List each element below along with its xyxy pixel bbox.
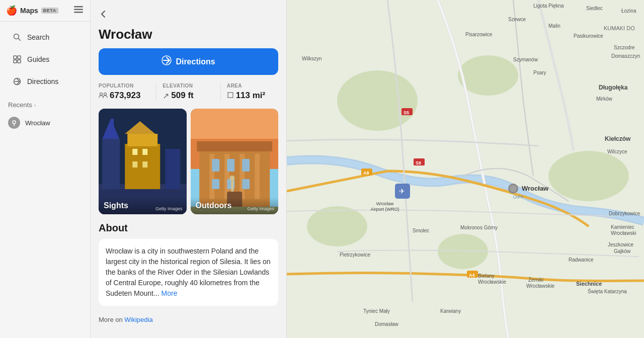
stat-divider-2 [220,83,221,101]
svg-rect-23 [132,149,137,155]
sidebar-directions-label: Directions [27,77,58,86]
area-value: 113 mi² [236,91,266,101]
svg-text:Tyniec Mały: Tyniec Mały [363,308,390,314]
stat-elevation: ELEVATION ↗ 509 ft [163,83,214,101]
sidebar-navigation: Search Guides Directions [0,22,90,97]
stat-area: AREA 113 mi² [227,83,278,101]
directions-nav-icon [12,76,22,87]
directions-button-icon [162,55,172,68]
svg-text:S5: S5 [404,110,409,115]
stat-population: POPULATION 673,923 [99,83,150,101]
svg-text:Gajków: Gajków [614,248,631,254]
sights-card[interactable]: Sights Getty Images [99,109,187,214]
elevation-label: ELEVATION [163,83,214,89]
svg-rect-39 [227,159,234,172]
recents-section[interactable]: Recents › [0,97,90,113]
sidebar-item-search[interactable]: Search [4,27,86,48]
detail-panel: Wrocław Directions POPULATION [91,0,287,338]
about-text-box: Wrocław is a city in southwestern Poland… [99,239,278,306]
outdoors-attribution: Getty Images [247,206,274,211]
svg-text:Malin: Malin [548,23,560,29]
population-value: 673,923 [110,91,140,101]
svg-text:Mirków: Mirków [596,96,612,102]
svg-text:Wrocławski: Wrocławski [611,230,636,236]
svg-text:Szczodre: Szczodre [614,45,635,50]
outdoors-card-bg: Outdoors Getty Images [191,109,279,214]
sidebar-header: 🍎 Maps BETA [0,0,90,22]
svg-text:Pisarzowice: Pisarzowice [465,32,493,37]
svg-text:Pasikurowice: Pasikurowice [574,33,603,39]
outdoors-label: Outdoors [196,201,232,210]
svg-line-4 [19,39,21,41]
svg-rect-45 [231,179,233,192]
svg-text:A4: A4 [469,273,475,278]
svg-rect-8 [18,60,21,63]
sidebar-item-guides[interactable]: Guides [4,49,86,70]
svg-rect-6 [18,56,21,59]
image-cards: Sights Getty Images [91,109,286,222]
svg-text:Wilczyce: Wilczyce [607,149,627,154]
svg-rect-33 [197,141,272,151]
elevation-value: 509 ft [171,91,193,101]
area-icon [227,92,234,100]
sights-card-overlay: Sights [99,197,187,214]
svg-rect-43 [242,179,250,189]
sidebar-toggle-button[interactable] [73,5,84,16]
svg-rect-41 [212,179,219,189]
svg-text:Święta Katarzyna: Święta Katarzyna [588,288,627,294]
svg-text:Żerniki: Żerniki [528,277,543,283]
more-link[interactable]: More [162,289,178,297]
app-logo: 🍎 Maps BETA [6,5,58,16]
recent-item-wroclaw[interactable]: Wrocław [0,113,90,133]
svg-text:Łozina: Łozina [621,8,636,14]
svg-point-13 [104,93,107,95]
outdoors-card-overlay: Outdoors [191,197,279,214]
svg-text:Pietrzykowice: Pietrzykowice [340,252,371,258]
svg-rect-5 [14,56,17,59]
svg-rect-17 [102,139,120,189]
svg-rect-40 [242,159,250,172]
sidebar-guides-label: Guides [27,55,49,63]
svg-rect-19 [111,119,114,129]
svg-rect-37 [255,154,260,199]
svg-text:Domasław: Domasław [375,321,398,327]
recent-item-label: Wrocław [25,119,50,127]
svg-text:Domaszczyn: Domaszczyn [611,53,640,59]
svg-text:Psary: Psary [533,70,546,75]
svg-text:Kamieniec: Kamieniec [611,224,634,230]
about-title: About [99,222,278,234]
outdoors-card[interactable]: Outdoors Getty Images [191,109,279,214]
svg-text:Wilkszyn: Wilkszyn [302,56,321,61]
directions-button-label: Directions [176,57,215,66]
svg-point-51 [548,151,629,201]
stats-row: POPULATION 673,923 ELEVATION ↗ 509 ft [91,83,286,109]
svg-rect-7 [14,60,17,63]
stat-divider-1 [156,83,156,101]
svg-point-63 [510,185,517,192]
app-name: Maps [20,7,38,15]
svg-rect-25 [132,161,137,167]
svg-rect-27 [165,149,180,189]
svg-text:Ligota Piękna: Ligota Piękna [533,3,564,9]
svg-text:KUMAKI DO: KUMAKI DO [604,25,635,31]
svg-rect-0 [74,6,83,8]
recent-item-icon [8,117,20,129]
svg-text:✈: ✈ [399,187,405,195]
svg-text:Siechnice: Siechnice [576,281,602,287]
directions-button[interactable]: Directions [99,48,278,75]
wikipedia-section: More on Wikipedia [91,312,286,331]
back-button[interactable] [99,8,108,23]
area-label: AREA [227,83,278,89]
svg-rect-14 [228,93,233,98]
svg-text:Siedlec: Siedlec [586,6,603,11]
sidebar-item-directions[interactable]: Directions [4,71,86,92]
sights-attribution: Getty Images [155,206,183,211]
apple-icon: 🍎 [6,5,17,16]
wikipedia-link[interactable]: Wikipedia [124,316,152,323]
map-area[interactable]: A8 A4 S8 S5 Wrocław ✈ Wrocław Airport (W… [287,0,644,338]
svg-point-52 [307,206,367,246]
svg-point-46 [229,176,234,181]
svg-point-49 [337,70,418,131]
svg-text:Wrocław: Wrocław [522,185,549,192]
svg-rect-24 [142,149,147,155]
